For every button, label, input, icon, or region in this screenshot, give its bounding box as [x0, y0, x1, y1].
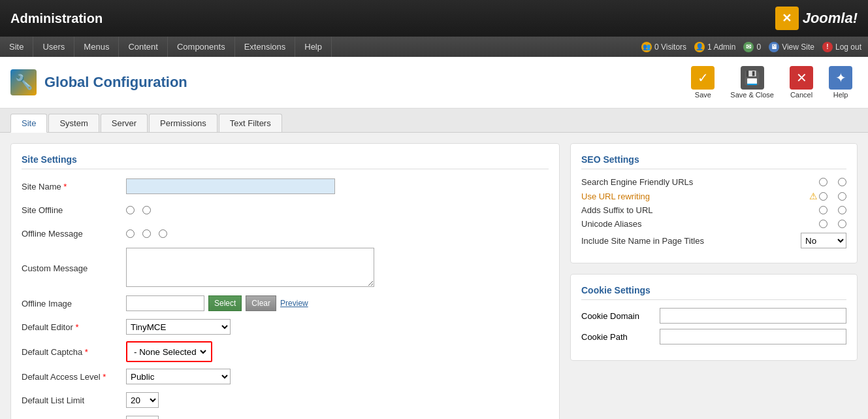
offline-no-radio[interactable] [142, 206, 151, 214]
offline-msg-3-radio[interactable] [159, 229, 167, 238]
site-name-label: Site Name * [22, 182, 126, 192]
page-icon: 🔧 [10, 69, 37, 95]
save-button[interactable]: ✓ Save [686, 63, 720, 101]
site-name-titles-row: Include Site Name in Page Titles No Befo… [581, 233, 846, 248]
offline-msg-2-radio[interactable] [142, 229, 151, 238]
tab-text-filters[interactable]: Text Filters [219, 114, 282, 132]
seo-friendly-radios [819, 178, 846, 186]
default-list-row: Default List Limit 5 10 15 20 25 30 50 1… [22, 391, 549, 409]
nav-bar: Site Users Menus Content Components Exte… [0, 37, 868, 57]
offline-message-control [126, 229, 549, 238]
main-content: Site Settings Site Name * Site Offline O… [0, 133, 868, 419]
cookie-domain-input[interactable] [660, 308, 846, 324]
cookie-path-input[interactable] [660, 329, 846, 344]
logout-link[interactable]: ! Log out [822, 42, 861, 52]
default-list-label: Default List Limit [22, 395, 126, 405]
unicode-aliases-row: Unicode Aliases [581, 219, 846, 229]
default-list-control: 5 10 15 20 25 30 50 100 [126, 392, 549, 408]
suffix-no-radio[interactable] [838, 206, 846, 214]
offline-image-row: Offline Image Select Clear Preview [22, 294, 549, 312]
logout-label: Log out [835, 42, 861, 52]
save-icon: ✓ [691, 66, 715, 90]
default-captcha-label: Default Captcha * [22, 347, 126, 357]
url-rewriting-radios: ⚠ [809, 191, 846, 201]
offline-image-control: Select Clear Preview [126, 295, 549, 311]
default-access-select[interactable]: Public Registered Special [126, 369, 231, 384]
visitors-count: 👥 0 Visitors [641, 42, 686, 52]
tab-site[interactable]: Site [10, 114, 47, 133]
site-name-control [126, 178, 549, 194]
save-close-icon: 💾 [741, 66, 764, 90]
default-captcha-select[interactable]: - None Selected - ReCaptcha [130, 344, 208, 360]
view-site-icon: 🖥 [769, 42, 779, 52]
cookie-path-row: Cookie Path [581, 329, 846, 344]
clear-button[interactable]: Clear [246, 295, 276, 311]
default-captcha-row: Default Captcha * - None Selected - ReCa… [22, 341, 549, 362]
admin-label: 1 Admin [707, 42, 735, 52]
nav-item-extensions[interactable]: Extensions [235, 37, 296, 57]
page-title-area: 🔧 Global Configuration [10, 69, 187, 95]
unicode-yes-radio[interactable] [819, 220, 828, 228]
site-name-input[interactable] [126, 178, 335, 194]
admin-count: 👤 1 Admin [694, 42, 735, 52]
nav-item-help[interactable]: Help [295, 37, 332, 57]
site-offline-row: Site Offline [22, 201, 549, 219]
toolbar: ✓ Save 💾 Save & Close ✕ Cancel ✦ Help [686, 63, 858, 101]
preview-link[interactable]: Preview [280, 299, 308, 308]
tab-permissions[interactable]: Permissions [149, 114, 217, 132]
cancel-label: Cancel [790, 91, 812, 99]
help-button[interactable]: ✦ Help [824, 63, 858, 101]
messages-label: 0 [756, 42, 761, 52]
offline-yes-radio[interactable] [126, 206, 135, 214]
site-name-required: * [63, 182, 67, 192]
captcha-highlight-box: - None Selected - ReCaptcha [126, 341, 212, 362]
url-rewrite-yes-radio[interactable] [819, 192, 828, 201]
default-feed-select[interactable]: 5 10 15 20 [126, 416, 159, 419]
save-close-button[interactable]: 💾 Save & Close [725, 63, 779, 101]
visitors-label: 0 Visitors [654, 42, 686, 52]
default-access-row: Default Access Level * Public Registered… [22, 367, 549, 386]
admin-title: Administration [10, 11, 103, 26]
site-name-titles-control: No Before After [801, 233, 846, 248]
offline-msg-1-radio[interactable] [126, 229, 135, 238]
cancel-icon: ✕ [790, 66, 813, 90]
offline-message-label: Offline Message [22, 229, 126, 239]
offline-image-input[interactable] [126, 295, 204, 311]
select-button[interactable]: Select [208, 295, 242, 311]
cancel-button[interactable]: ✕ Cancel [784, 63, 818, 101]
offline-image-label: Offline Image [22, 299, 126, 309]
tab-system[interactable]: System [48, 114, 99, 132]
nav-item-users[interactable]: Users [33, 37, 74, 57]
site-settings-panel: Site Settings Site Name * Site Offline O… [10, 143, 560, 419]
sef-yes-radio[interactable] [819, 178, 828, 186]
seo-friendly-label: Search Engine Friendly URLs [581, 177, 819, 187]
default-access-label: Default Access Level * [22, 372, 126, 382]
nav-item-components[interactable]: Components [168, 37, 235, 57]
joomla-logo: ✕ Joomla! [775, 7, 858, 30]
site-name-titles-select[interactable]: No Before After [801, 233, 846, 248]
default-editor-select[interactable]: TinyMCE CodeMirror None [126, 319, 231, 335]
custom-message-textarea[interactable] [126, 248, 374, 287]
messages-count: ✉ 0 [743, 42, 761, 52]
default-editor-required: * [75, 322, 78, 332]
nav-right: 👥 0 Visitors 👤 1 Admin ✉ 0 🖥 View Site !… [635, 42, 868, 52]
tab-server[interactable]: Server [101, 114, 148, 132]
sef-no-radio[interactable] [838, 178, 846, 186]
view-site-link[interactable]: 🖥 View Site [769, 42, 814, 52]
unicode-aliases-radios [819, 220, 846, 228]
adds-suffix-label: Adds Suffix to URL [581, 205, 819, 215]
default-editor-label: Default Editor * [22, 322, 126, 332]
custom-message-control [126, 248, 549, 289]
right-panels: SEO Settings Search Engine Friendly URLs… [570, 143, 858, 419]
unicode-no-radio[interactable] [838, 220, 846, 228]
nav-item-menus[interactable]: Menus [74, 37, 119, 57]
default-list-select[interactable]: 5 10 15 20 25 30 50 100 [126, 392, 159, 408]
unicode-aliases-label: Unicode Aliases [581, 219, 819, 229]
cookie-domain-row: Cookie Domain [581, 308, 846, 324]
suffix-yes-radio[interactable] [819, 206, 828, 214]
nav-item-site[interactable]: Site [0, 37, 33, 57]
default-access-control: Public Registered Special [126, 369, 549, 384]
url-rewrite-no-radio[interactable] [838, 192, 846, 201]
nav-item-content[interactable]: Content [119, 37, 168, 57]
joomla-logo-text: Joomla! [803, 10, 858, 27]
